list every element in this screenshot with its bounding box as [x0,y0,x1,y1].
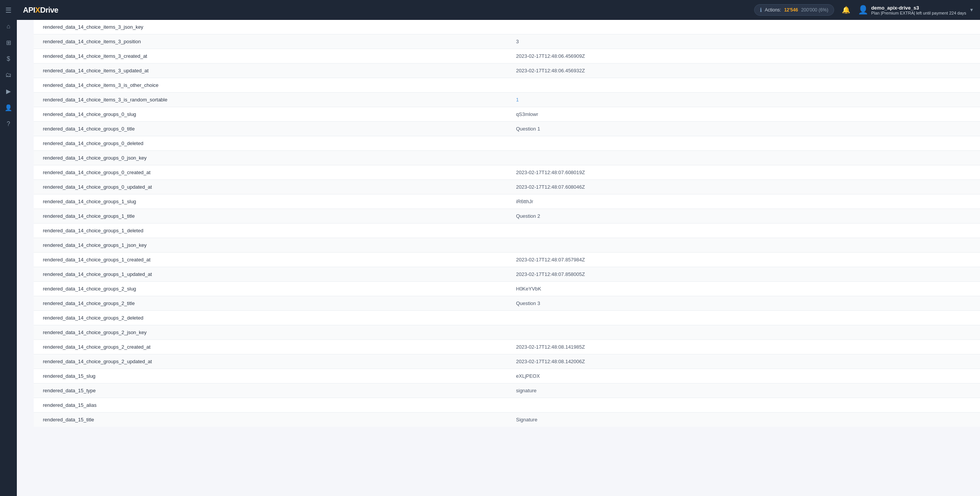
logo-drive: Drive [40,6,59,14]
sidebar-item-dashboard[interactable]: ⊞ [0,35,17,50]
table-row: rendered_data_14_choice_items_3_is_rando… [34,93,980,107]
row-key: rendered_data_14_choice_groups_2_title [34,296,507,311]
table-row: rendered_data_14_choice_groups_0_created… [34,165,980,180]
plan-days: 224 days [949,11,966,15]
row-key: rendered_data_14_choice_groups_1_deleted [34,224,507,238]
row-value: 2023-02-17T12:48:06.456909Z [507,49,980,64]
notifications-bell[interactable]: 🔔 [839,4,853,16]
row-value [507,151,980,165]
table-row: rendered_data_14_choice_items_3_json_key [34,20,980,34]
plan-label: Plan |Premium EXTRA| left until payment [871,11,948,15]
row-key: rendered_data_14_choice_groups_0_deleted [34,136,507,151]
table-row: rendered_data_14_choice_items_3_position… [34,34,980,49]
table-row: rendered_data_14_choice_groups_2_deleted [34,311,980,325]
sidebar-item-help[interactable]: ? [0,117,17,131]
row-value: Question 1 [507,122,980,136]
row-key: rendered_data_14_choice_items_3_is_other… [34,78,507,93]
row-value [507,136,980,151]
table-row: rendered_data_14_choice_groups_0_slugqS3… [34,107,980,122]
row-value: 2023-02-17T12:48:07.608046Z [507,180,980,194]
logo-text: APIXDrive [23,6,58,15]
row-value: 2023-02-17T12:48:08.141985Z [507,340,980,354]
data-content: rendered_data_14_choice_items_3_json_key… [34,20,980,427]
row-key: rendered_data_14_choice_groups_1_title [34,209,507,224]
row-value: 1 [507,93,980,107]
row-value [507,224,980,238]
row-value [507,325,980,340]
row-value: eXLjPEOX [507,369,980,383]
logo-api: API [23,6,35,14]
sidebar: ☰ ⌂ ⊞ $ 🗂 ▶ 👤 ? [0,0,17,496]
table-row: rendered_data_15_titleSignature [34,413,980,427]
row-key: rendered_data_15_slug [34,369,507,383]
row-value: iR6tthJr [507,194,980,209]
username: demo_apix-drive_s3 [871,5,966,11]
row-key: rendered_data_14_choice_items_3_json_key [34,20,507,34]
row-key: rendered_data_14_choice_groups_0_slug [34,107,507,122]
row-value [507,78,980,93]
menu-toggle[interactable]: ☰ [0,3,17,18]
row-key: rendered_data_14_choice_groups_2_json_ke… [34,325,507,340]
row-key: rendered_data_14_choice_groups_1_json_ke… [34,238,507,253]
sidebar-item-media[interactable]: ▶ [0,84,17,99]
row-value: 2023-02-17T12:48:06.456932Z [507,64,980,78]
avatar-icon: 👤 [858,5,868,15]
table-row: rendered_data_14_choice_groups_1_titleQu… [34,209,980,224]
table-row: rendered_data_14_choice_groups_2_updated… [34,354,980,369]
table-row: rendered_data_14_choice_groups_2_json_ke… [34,325,980,340]
sidebar-item-projects[interactable]: 🗂 [0,68,17,82]
table-row: rendered_data_14_choice_groups_0_titleQu… [34,122,980,136]
actions-total: 200'000 (6%) [801,7,828,13]
header: APIXDrive ℹ Actions: 12'546 200'000 (6%)… [17,0,980,20]
user-menu[interactable]: 👤 demo_apix-drive_s3 Plan |Premium EXTRA… [858,5,974,15]
row-key: rendered_data_14_choice_items_3_updated_… [34,64,507,78]
table-row: rendered_data_14_choice_items_3_created_… [34,49,980,64]
row-key: rendered_data_14_choice_items_3_is_rando… [34,93,507,107]
table-row: rendered_data_14_choice_groups_1_json_ke… [34,238,980,253]
row-value [507,20,980,34]
actions-badge[interactable]: ℹ Actions: 12'546 200'000 (6%) [754,4,834,16]
row-value: 2023-02-17T12:48:07.858005Z [507,267,980,282]
logo: APIXDrive [23,6,58,15]
table-row: rendered_data_14_choice_groups_2_slugH0K… [34,282,980,296]
row-value: 2023-02-17T12:48:07.608019Z [507,165,980,180]
info-icon: ℹ [760,7,762,13]
row-value: qS3mlowr [507,107,980,122]
row-value: Question 3 [507,296,980,311]
table-row: rendered_data_15_typesignature [34,383,980,398]
row-key: rendered_data_15_type [34,383,507,398]
row-value: signature [507,383,980,398]
table-row: rendered_data_14_choice_groups_2_created… [34,340,980,354]
row-value [507,238,980,253]
row-key: rendered_data_14_choice_groups_1_updated… [34,267,507,282]
table-row: rendered_data_14_choice_groups_1_updated… [34,267,980,282]
row-value [507,311,980,325]
sidebar-item-billing[interactable]: $ [0,52,17,66]
row-value: 3 [507,34,980,49]
row-key: rendered_data_14_choice_groups_1_created… [34,253,507,267]
row-value [507,398,980,413]
table-row: rendered_data_15_slugeXLjPEOX [34,369,980,383]
chevron-down-icon: ▼ [969,7,974,13]
main-content: rendered_data_14_choice_items_3_json_key… [34,20,980,496]
table-row: rendered_data_14_choice_groups_1_created… [34,253,980,267]
plan-info: Plan |Premium EXTRA| left until payment … [871,11,966,15]
row-value: Signature [507,413,980,427]
row-key: rendered_data_14_choice_groups_2_slug [34,282,507,296]
user-info: demo_apix-drive_s3 Plan |Premium EXTRA| … [871,5,966,15]
sidebar-item-home[interactable]: ⌂ [0,19,17,34]
actions-count: 12'546 [784,7,798,13]
row-key: rendered_data_14_choice_groups_0_json_ke… [34,151,507,165]
table-row: rendered_data_14_choice_groups_1_slugiR6… [34,194,980,209]
row-key: rendered_data_14_choice_items_3_created_… [34,49,507,64]
table-row: rendered_data_14_choice_groups_0_deleted [34,136,980,151]
row-key: rendered_data_15_alias [34,398,507,413]
row-key: rendered_data_14_choice_groups_2_deleted [34,311,507,325]
table-row: rendered_data_14_choice_groups_2_titleQu… [34,296,980,311]
sidebar-item-user[interactable]: 👤 [0,100,17,115]
logo-x: X [35,6,40,14]
row-key: rendered_data_14_choice_items_3_position [34,34,507,49]
row-key: rendered_data_14_choice_groups_2_updated… [34,354,507,369]
row-key: rendered_data_14_choice_groups_0_updated… [34,180,507,194]
actions-label: Actions: [765,7,781,13]
